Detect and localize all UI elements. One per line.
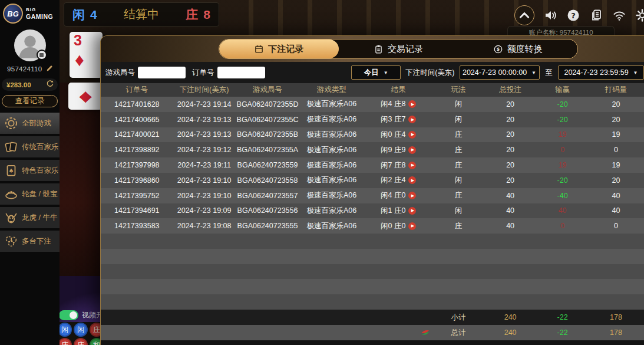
network-wifi-icon[interactable]: [612, 8, 626, 22]
settings-gear-icon[interactable]: [635, 8, 644, 22]
cell-result: 闲2 庄4 ▶: [364, 175, 433, 185]
sidebar-item-label: 多台下注: [22, 236, 51, 247]
cell-play: 闲: [433, 206, 484, 216]
replay-play-icon[interactable]: ▶: [408, 176, 416, 184]
col-header-bet: 总投注: [484, 85, 537, 95]
table-row: 14217400021 2024-7-23 19:13 BGA062407235…: [101, 127, 644, 143]
cell-time: 2024-7-23 19:09: [173, 206, 236, 215]
replay-play-icon[interactable]: ▶: [408, 162, 416, 169]
result-text: 闲1 庄0: [381, 206, 405, 216]
subtotal-bet: 240: [484, 313, 537, 321]
table-row: 14217396860 2024-7-23 19:10 BGA062407235…: [101, 173, 644, 188]
cell-round: BGA06240723555: [236, 222, 300, 230]
calendar-icon: [254, 44, 264, 54]
sound-icon[interactable]: [543, 8, 557, 22]
replay-play-icon[interactable]: ▶: [408, 116, 416, 123]
player-score: 闲4: [72, 6, 97, 23]
cell-play: 庄: [433, 190, 484, 201]
sidebar-item-special-baccarat[interactable]: ♠ 特色百家乐: [0, 160, 60, 181]
bet-records-table: 订单号 下注时间(美东) 游戏局号 游戏类型 结果 玩法 总投注 输赢 打码量 …: [101, 83, 644, 345]
total-swirl-icon: [364, 328, 433, 337]
round-status-text: 结算中: [124, 6, 159, 22]
col-header-winloss: 输赢: [537, 85, 588, 95]
edit-pencil-icon[interactable]: [46, 64, 54, 74]
replay-play-icon[interactable]: ▶: [408, 222, 416, 230]
replay-play-icon[interactable]: ▶: [408, 131, 416, 139]
replay-play-icon[interactable]: ▶: [408, 207, 416, 215]
game-round-label: 游戏局号: [105, 68, 135, 78]
playing-card-partial: ♦: [68, 83, 103, 110]
order-no-label: 订单号: [192, 68, 214, 78]
cell-winloss: -20: [537, 116, 588, 124]
result-text: 闲4 庄0: [381, 190, 405, 201]
result-text: 闲0 庄0: [381, 221, 405, 231]
cell-turnover: 0: [588, 146, 644, 154]
game-round-input[interactable]: [138, 67, 186, 78]
time-from-value: 2024-7-23 00:00:00: [463, 68, 527, 77]
cell-play: 闲: [433, 99, 484, 109]
sidebar-item-roulette-sicbo[interactable]: 轮盘 / 骰宝: [0, 183, 60, 205]
total-label: 总计: [433, 328, 484, 338]
sidebar-item-classic-baccarat[interactable]: 传统百家乐: [0, 136, 60, 157]
chevron-down-icon: ▼: [531, 70, 536, 75]
cell-time: 2024-7-23 19:13: [173, 130, 236, 139]
sidebar-item-multi-table-bet[interactable]: 多台下注: [0, 231, 60, 252]
avatar[interactable]: [14, 29, 46, 61]
cell-bet: 20: [484, 100, 537, 109]
filter-row: 游戏局号 订单号 今日 ▼ 下注时间(美东) 2024-7-23 00:00:0…: [101, 62, 644, 83]
bead-marker: 闲: [74, 323, 88, 337]
subtotal-winloss: -22: [537, 313, 588, 321]
view-records-button[interactable]: 查看记录: [2, 95, 58, 107]
cell-round: BGA0624072355A: [236, 146, 300, 154]
sidebar-item-label: 全部游戏: [22, 119, 51, 129]
time-from-dropdown[interactable]: 2024-7-23 00:00:00 ▼: [460, 65, 540, 80]
result-text: 闲7 庄8: [381, 160, 405, 170]
avatar-badge-icon: [37, 50, 47, 60]
cell-round: BGA06240723559: [236, 161, 300, 169]
cell-type: 极速百家乐A06: [299, 145, 364, 155]
tab-bet-records[interactable]: 下注记录: [219, 40, 339, 58]
result-text: 闲4 庄8: [381, 99, 405, 109]
cell-round: BGA06240723556: [236, 206, 300, 215]
cell-result: 闲4 庄0 ▶: [364, 190, 433, 201]
result-text: 闲3 庄7: [381, 114, 405, 124]
records-copy-icon[interactable]: [589, 8, 603, 22]
tab-label: 交易记录: [388, 44, 423, 55]
table-row: 14217394691 2024-7-23 19:09 BGA062407235…: [101, 203, 644, 219]
video-toggle-row: 视频开: [59, 309, 101, 321]
cell-result: 闲0 庄0 ▶: [364, 221, 433, 231]
cell-type: 极速百家乐A06: [299, 99, 364, 109]
order-no-input[interactable]: [217, 67, 265, 78]
result-text: 闲9 庄9: [381, 145, 405, 155]
banker-score: 庄8: [186, 6, 210, 23]
replay-play-icon[interactable]: ▶: [408, 146, 416, 154]
svg-text:$: $: [496, 47, 499, 52]
sidebar-item-dragon-tiger-bull[interactable]: 龙虎 / 牛牛: [0, 207, 60, 228]
date-preset-dropdown[interactable]: 今日 ▼: [351, 65, 401, 80]
cell-order: 14217397998: [101, 161, 173, 169]
table-row: 14217393583 2024-7-23 19:08 BGA062407235…: [101, 218, 644, 234]
bet-time-label: 下注时间(美东): [405, 68, 454, 78]
total-row: 总计 240 -22 178: [101, 325, 644, 340]
help-icon[interactable]: ?: [566, 8, 580, 22]
modal-header: 下注记录 交易记录 $ 额度转换: [101, 36, 644, 62]
video-toggle[interactable]: [59, 310, 78, 320]
cell-play: 闲: [433, 114, 484, 124]
cell-order: 14217400665: [101, 116, 173, 124]
collapse-chevron-up-button[interactable]: [514, 5, 534, 25]
tab-quota-transfer[interactable]: $ 额度转换: [458, 40, 577, 58]
table-row: 14217398892 2024-7-23 19:12 BGA062407235…: [101, 142, 644, 157]
replay-play-icon[interactable]: ▶: [408, 192, 416, 199]
refresh-balance-icon[interactable]: [46, 80, 54, 90]
cell-winloss: 0: [537, 146, 588, 154]
time-to-dropdown[interactable]: 2024-7-23 23:59:59 ▼: [558, 65, 644, 80]
sidebar-item-all-games[interactable]: 全部游戏: [0, 113, 60, 134]
cell-turnover: 40: [588, 206, 644, 215]
subtotal-label: 小计: [433, 313, 484, 323]
replay-play-icon[interactable]: ▶: [408, 100, 416, 108]
sidebar-item-label: 特色百家乐: [22, 166, 59, 176]
cell-type: 极速百家乐A06: [299, 175, 364, 185]
table-footer: [101, 340, 644, 345]
tab-transaction-records[interactable]: 交易记录: [339, 40, 458, 58]
cell-order: 14217396860: [101, 176, 173, 185]
